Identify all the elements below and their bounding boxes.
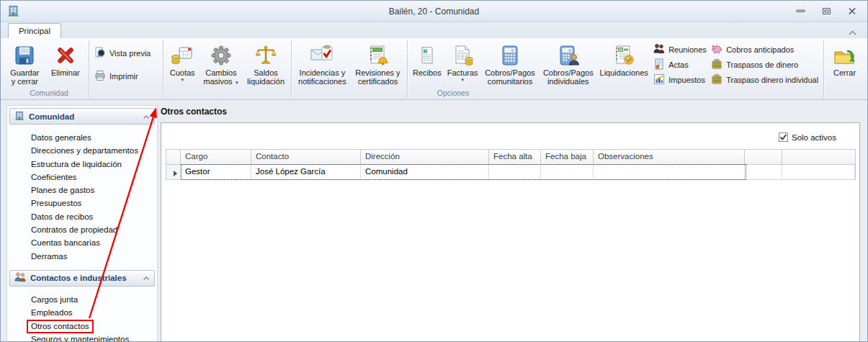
cobros-pagos-comunitarios-button[interactable]: 0 Cobros/Pagos comunitarios bbox=[482, 40, 539, 89]
sidebar-item-datos-recibos[interactable]: Datos de recibos bbox=[7, 210, 157, 223]
traspaso-dinero-individual-label: Traspaso dinero individual bbox=[726, 76, 818, 84]
revisiones-button[interactable]: Revisiones y certificados bbox=[352, 40, 404, 89]
sidebar-list-comunidad: Datos generales Direcciones y departamen… bbox=[7, 131, 157, 263]
annotation-highlight-box: Otros contactos bbox=[27, 320, 94, 333]
impuestos-label: Impuestos bbox=[668, 76, 705, 84]
incidencias-button[interactable]: Incidencias y notificaciones bbox=[295, 40, 350, 89]
sidebar-item-presupuestos[interactable]: Presupuestos bbox=[7, 197, 157, 210]
saldos-liquidacion-label: Saldos liquidación bbox=[246, 68, 286, 86]
recibos-label: Recibos bbox=[413, 68, 442, 77]
column-header-direccion[interactable]: Dirección bbox=[361, 150, 489, 164]
window-title: Bailén, 20 - Comunidad bbox=[1, 6, 867, 17]
close-view-button[interactable]: Cerrar bbox=[827, 40, 862, 89]
restore-button[interactable] bbox=[818, 6, 834, 16]
collapse-ribbon-icon[interactable] bbox=[848, 26, 857, 39]
sidebar-item-direcciones[interactable]: Direcciones y departamentos bbox=[7, 144, 157, 157]
svg-text:0: 0 bbox=[511, 48, 514, 53]
cell-filler bbox=[782, 165, 855, 179]
cell-cargo[interactable]: Gestor bbox=[181, 165, 251, 179]
sidebar-group-contactos[interactable]: Contactos e industriales bbox=[9, 270, 155, 287]
cell-empty bbox=[745, 165, 782, 179]
sidebar-list-contactos: Cargos junta Empleados Otros contactos S… bbox=[7, 293, 157, 342]
facturas-button[interactable]: Facturas ▼ bbox=[445, 40, 480, 89]
traspasos-dinero-button[interactable]: Traspasos de dinero bbox=[711, 58, 818, 71]
cell-fecha-baja[interactable] bbox=[541, 165, 594, 179]
cobros-pagos-individuales-label: Cobros/Pagos individuales bbox=[542, 68, 594, 86]
sidebar: Comunidad Datos generales Direcciones y … bbox=[6, 105, 158, 341]
print-button[interactable]: Imprimir bbox=[94, 70, 158, 83]
delete-label: Eliminar bbox=[51, 68, 80, 77]
piggy-bank-icon bbox=[711, 43, 722, 56]
sidebar-item-empleados[interactable]: Empleados bbox=[7, 306, 157, 319]
recibos-button[interactable]: T Recibos bbox=[411, 40, 444, 89]
money-box-icon bbox=[711, 58, 722, 71]
cuotas-button[interactable]: Cuotas ▼ bbox=[166, 40, 199, 89]
cell-fecha-alta[interactable] bbox=[489, 165, 541, 179]
building-icon bbox=[14, 111, 24, 122]
tab-principal[interactable]: Principal bbox=[8, 23, 61, 38]
cobros-anticipados-button[interactable]: Cobros anticipados bbox=[711, 43, 818, 56]
cobros-pagos-individuales-button[interactable]: 0 Cobros/Pagos individuales bbox=[540, 40, 596, 89]
invoice-coins-icon bbox=[451, 42, 474, 68]
print-preview-button[interactable]: Vista previa bbox=[94, 47, 158, 60]
cambios-masivos-button[interactable]: Cambios masivos ▼ bbox=[200, 40, 242, 89]
column-header-fecha-alta[interactable]: Fecha alta bbox=[489, 150, 541, 164]
saldos-liquidacion-button[interactable]: Saldos liquidación bbox=[243, 40, 288, 89]
column-header-fecha-baja[interactable]: Fecha baja bbox=[541, 150, 594, 164]
print-preview-label: Vista previa bbox=[109, 49, 151, 58]
sidebar-item-planes-gastos[interactable]: Planes de gastos bbox=[7, 184, 157, 197]
column-header-filler bbox=[782, 150, 855, 164]
chevron-up-icon[interactable] bbox=[143, 274, 150, 282]
sidebar-item-derramas[interactable]: Derramas bbox=[7, 250, 157, 263]
reuniones-button[interactable]: Reuniones bbox=[653, 43, 705, 56]
cell-direccion[interactable]: Comunidad bbox=[361, 165, 489, 179]
liquidaciones-button[interactable]: H Liquidaciones bbox=[598, 40, 650, 89]
sidebar-group-comunidad[interactable]: Comunidad bbox=[9, 108, 155, 125]
column-header-contacto[interactable]: Contacto bbox=[251, 150, 361, 164]
sidebar-item-coeficientes[interactable]: Coeficientes bbox=[7, 171, 157, 184]
solo-activos-filter[interactable]: Solo activos bbox=[779, 132, 836, 142]
calculator-person-icon: 0 bbox=[557, 42, 580, 68]
save-and-close-button[interactable]: Guardar y cerrar bbox=[6, 40, 44, 89]
table-header-row: Cargo Contacto Dirección Fecha alta Fech… bbox=[166, 150, 855, 165]
sidebar-item-cuentas-bancarias[interactable]: Cuentas bancarias bbox=[7, 236, 157, 249]
minimize-button[interactable] bbox=[792, 6, 808, 16]
checkbox-checked-icon[interactable] bbox=[779, 132, 788, 142]
tax-chart-icon bbox=[653, 73, 665, 86]
sidebar-group-contactos-title: Contactos e industriales bbox=[30, 274, 127, 282]
ribbon: Guardar y cerrar Eliminar Vista previa I… bbox=[1, 38, 867, 100]
two-people-icon bbox=[14, 272, 26, 284]
close-view-label: Cerrar bbox=[833, 68, 856, 77]
main-panel: Solo activos Cargo Contacto Dirección Fe… bbox=[161, 122, 860, 342]
gear-icon bbox=[210, 42, 233, 68]
table-row[interactable]: Gestor José López García Comunidad bbox=[166, 165, 855, 180]
notepad-bell-icon bbox=[366, 42, 389, 68]
sidebar-item-estructura-liquidacion[interactable]: Estructura de liquidación bbox=[7, 158, 157, 171]
group-separator bbox=[823, 40, 824, 98]
cell-observaciones[interactable] bbox=[594, 165, 745, 179]
actas-label: Actas bbox=[668, 60, 689, 69]
balance-scale-icon bbox=[254, 42, 277, 68]
close-button[interactable] bbox=[844, 6, 860, 16]
page-title: Otros contactos bbox=[161, 107, 227, 117]
sidebar-item-datos-generales[interactable]: Datos generales bbox=[7, 131, 157, 144]
impuestos-button[interactable]: Impuestos bbox=[653, 73, 705, 86]
facturas-label: Facturas bbox=[447, 68, 478, 77]
solo-activos-label: Solo activos bbox=[792, 133, 836, 142]
sidebar-item-seguros-mantenimientos[interactable]: Seguros y mantenimientos bbox=[7, 333, 157, 342]
group-separator bbox=[291, 40, 292, 98]
sidebar-item-cargos-junta[interactable]: Cargos junta bbox=[7, 293, 157, 306]
column-header-observaciones[interactable]: Observaciones bbox=[594, 150, 745, 164]
sidebar-item-otros-contactos[interactable]: Otros contactos bbox=[7, 320, 157, 333]
traspaso-dinero-individual-button[interactable]: Traspaso dinero individual bbox=[711, 73, 818, 86]
cell-contacto[interactable]: José López García bbox=[251, 165, 361, 179]
mail-check-icon bbox=[310, 42, 334, 68]
delete-button[interactable]: Eliminar bbox=[45, 40, 86, 89]
column-header-cargo[interactable]: Cargo bbox=[181, 150, 251, 164]
save-and-close-label: Guardar y cerrar bbox=[8, 68, 42, 86]
sidebar-item-contratos-propiedad[interactable]: Contratos de propiedad bbox=[7, 223, 157, 236]
money-box-icon bbox=[711, 73, 722, 86]
actas-button[interactable]: Actas bbox=[653, 58, 705, 71]
ribbon-group-label-opciones: Opciones bbox=[399, 89, 507, 99]
chevron-up-icon[interactable] bbox=[143, 112, 150, 121]
